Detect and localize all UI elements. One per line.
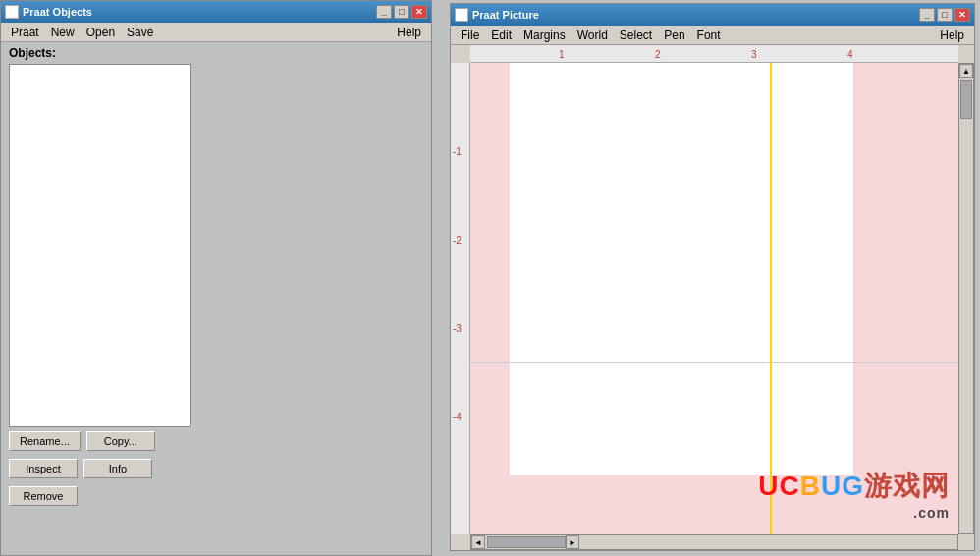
canvas-paper-top bbox=[510, 63, 853, 367]
button-row-2: Inspect Info bbox=[1, 455, 431, 482]
picture-draw-area[interactable] bbox=[470, 63, 958, 534]
copy-button[interactable]: Copy... bbox=[86, 431, 155, 451]
picture-window-icon bbox=[455, 8, 468, 22]
ruler-top-tick-3: 3 bbox=[751, 49, 757, 60]
ruler-top: 1 2 3 4 bbox=[470, 45, 958, 63]
objects-window-icon bbox=[5, 5, 19, 19]
objects-list[interactable] bbox=[9, 64, 191, 427]
info-button[interactable]: Info bbox=[83, 459, 152, 478]
menu-font[interactable]: Font bbox=[691, 27, 727, 44]
button-row-1: Rename... Copy... bbox=[1, 427, 431, 455]
objects-titlebar: Praat Objects _ □ ✕ bbox=[1, 1, 431, 23]
picture-window-controls: _ □ ✕ bbox=[919, 8, 970, 22]
canvas-paper-bottom bbox=[510, 367, 853, 475]
menu-save[interactable]: Save bbox=[121, 24, 159, 41]
ruler-top-tick-4: 4 bbox=[847, 49, 853, 60]
menu-picture-help[interactable]: Help bbox=[934, 27, 970, 44]
menu-praat[interactable]: Praat bbox=[5, 24, 45, 41]
objects-close-button[interactable]: ✕ bbox=[411, 5, 427, 19]
objects-window-controls: _ □ ✕ bbox=[376, 5, 427, 19]
menu-pen[interactable]: Pen bbox=[658, 27, 690, 44]
menu-file[interactable]: File bbox=[455, 27, 485, 44]
menu-select[interactable]: Select bbox=[614, 27, 658, 44]
ruler-left-tick-1: -1 bbox=[453, 146, 462, 157]
objects-menubar: Praat New Open Save Help bbox=[1, 23, 431, 42]
picture-minimize-button[interactable]: _ bbox=[919, 8, 935, 22]
menu-help[interactable]: Help bbox=[391, 24, 427, 41]
inspect-button[interactable]: Inspect bbox=[9, 459, 78, 478]
scroll-left-button[interactable]: ◄ bbox=[471, 535, 485, 549]
menu-new[interactable]: New bbox=[45, 24, 81, 41]
picture-canvas-wrapper: 1 2 3 4 -1 -2 -3 -4 ▲ bbox=[451, 45, 974, 550]
picture-maximize-button[interactable]: □ bbox=[937, 8, 953, 22]
ruler-left: -1 -2 -3 -4 bbox=[451, 63, 470, 534]
objects-window: Praat Objects _ □ ✕ Praat New Open Save … bbox=[0, 0, 432, 556]
menu-open[interactable]: Open bbox=[81, 24, 121, 41]
ruler-top-tick-1: 1 bbox=[559, 49, 565, 60]
objects-title-group: Praat Objects bbox=[5, 5, 92, 19]
menu-margins[interactable]: Margins bbox=[517, 27, 572, 44]
ruler-left-tick-2: -2 bbox=[453, 235, 462, 246]
menu-edit[interactable]: Edit bbox=[485, 27, 517, 44]
objects-label: Objects: bbox=[1, 42, 431, 64]
scroll-up-button[interactable]: ▲ bbox=[959, 64, 973, 78]
objects-maximize-button[interactable]: □ bbox=[394, 5, 409, 19]
button-row-3: Remove bbox=[1, 482, 431, 510]
picture-menubar: File Edit Margins World Select Pen Font … bbox=[451, 26, 974, 45]
picture-window-title: Praat Picture bbox=[472, 9, 539, 21]
picture-window: Praat Picture _ □ ✕ File Edit Margins Wo… bbox=[450, 3, 975, 551]
ruler-left-tick-3: -3 bbox=[453, 323, 462, 334]
scroll-right-button[interactable]: ► bbox=[566, 535, 579, 549]
picture-close-button[interactable]: ✕ bbox=[954, 8, 970, 22]
yellow-selection-line bbox=[770, 63, 772, 534]
hscroll-thumb[interactable] bbox=[487, 536, 566, 548]
horizontal-scrollbar[interactable]: ◄ ► bbox=[470, 534, 958, 550]
horizontal-separator bbox=[470, 362, 958, 363]
ruler-left-tick-4: -4 bbox=[453, 412, 462, 422]
objects-minimize-button[interactable]: _ bbox=[376, 5, 392, 19]
objects-window-title: Praat Objects bbox=[23, 6, 92, 18]
vscroll-thumb[interactable] bbox=[960, 80, 972, 119]
picture-title-group: Praat Picture bbox=[455, 8, 539, 22]
ruler-top-tick-2: 2 bbox=[655, 49, 661, 60]
vertical-scrollbar[interactable]: ▲ bbox=[958, 63, 974, 534]
rename-button[interactable]: Rename... bbox=[9, 431, 81, 451]
remove-button[interactable]: Remove bbox=[9, 486, 78, 506]
picture-titlebar: Praat Picture _ □ ✕ bbox=[451, 4, 974, 26]
menu-world[interactable]: World bbox=[572, 27, 614, 44]
